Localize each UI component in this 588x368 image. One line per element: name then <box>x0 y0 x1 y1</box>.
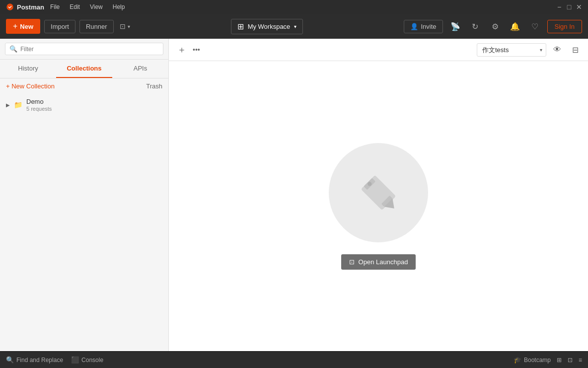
bootcamp-label: Bootcamp <box>524 357 551 364</box>
heart-icon: ♡ <box>531 22 538 31</box>
plus-circle-icon: ＋ <box>177 44 186 56</box>
main-layout: 🔍 History Collections APIs + New Collect… <box>0 39 588 351</box>
content-toolbar-right: 作文tests ▾ 👁 ⊟ <box>477 43 582 57</box>
sidebar-filter: 🔍 <box>0 39 168 60</box>
maximize-button[interactable]: □ <box>566 4 572 10</box>
chevron-right-icon: ▶ <box>6 102 10 108</box>
status-layout-item[interactable]: ⊡ <box>568 357 573 364</box>
filter-input[interactable] <box>20 46 159 53</box>
open-launchpad-button[interactable]: ⊡ Open Launchpad <box>341 254 416 270</box>
environment-select-wrap: 作文tests ▾ <box>477 43 546 57</box>
ellipsis-icon: ••• <box>193 46 200 54</box>
console-item[interactable]: ⬛ Console <box>71 356 103 364</box>
capture-arrow: ▾ <box>128 24 130 29</box>
find-replace-item[interactable]: 🔍 Find and Replace <box>6 356 63 364</box>
sync-button[interactable]: ↻ <box>468 19 483 34</box>
runner-button[interactable]: Runner <box>79 20 114 33</box>
status-bar: 🔍 Find and Replace ⬛ Console 🎓 Bootcamp … <box>0 351 588 368</box>
sidebar: 🔍 History Collections APIs + New Collect… <box>0 39 169 351</box>
invite-button[interactable]: 👤 Invite <box>404 20 442 33</box>
menu-icon: ≡ <box>579 357 582 364</box>
environment-select[interactable]: 作文tests <box>477 43 546 57</box>
minimize-button[interactable]: − <box>556 4 562 10</box>
status-left: 🔍 Find and Replace ⬛ Console <box>6 356 103 364</box>
intercept-button[interactable]: 📡 <box>448 19 463 34</box>
gear-icon: ⚙ <box>492 22 499 31</box>
heart-button[interactable]: ♡ <box>527 19 542 34</box>
workspace-grid-icon: ⊞ <box>237 22 244 31</box>
folder-icon: 📁 <box>14 101 22 109</box>
toolbar: + New Import Runner ⊡ ▾ ⊞ My Workspace ▾… <box>0 14 588 39</box>
launchpad-icon: ⊡ <box>349 258 355 266</box>
sidebar-actions: + New Collection Trash <box>0 78 168 94</box>
app-logo: Postman <box>6 3 44 11</box>
collection-count: 5 requests <box>26 106 162 112</box>
invite-user-icon: 👤 <box>410 23 418 30</box>
status-grid-item[interactable]: ⊞ <box>557 357 562 364</box>
window-controls: − □ ✕ <box>556 4 582 10</box>
collection-info: Demo 5 requests <box>26 98 162 112</box>
settings-button[interactable]: ⚙ <box>488 19 503 34</box>
menu-help[interactable]: Help <box>111 2 127 11</box>
app-title: Postman <box>17 3 44 11</box>
new-button[interactable]: + New <box>6 19 40 34</box>
tab-history[interactable]: History <box>0 60 56 78</box>
close-button[interactable]: ✕ <box>576 4 582 10</box>
toolbar-right: 👤 Invite 📡 ↻ ⚙ 🔔 ♡ Sign In <box>404 19 582 34</box>
find-replace-label: Find and Replace <box>16 357 63 364</box>
new-label: New <box>20 23 33 30</box>
search-icon: 🔍 <box>9 45 17 53</box>
capture-icon: ⊡ <box>120 22 126 30</box>
menu-view[interactable]: View <box>88 2 105 11</box>
open-launchpad-label: Open Launchpad <box>359 258 408 266</box>
toolbar-center: ⊞ My Workspace ▾ <box>134 19 400 34</box>
grid-icon: ⊞ <box>557 357 562 364</box>
add-tab-button[interactable]: ＋ <box>175 43 189 57</box>
bootcamp-item[interactable]: 🎓 Bootcamp <box>514 356 551 364</box>
notifications-button[interactable]: 🔔 <box>508 19 522 34</box>
svg-point-0 <box>6 3 13 10</box>
import-button[interactable]: Import <box>44 20 75 33</box>
bell-icon: 🔔 <box>510 22 520 31</box>
collection-list: ▶ 📁 Demo 5 requests <box>0 94 168 351</box>
tab-collections[interactable]: Collections <box>56 60 112 78</box>
empty-state: ⊡ Open Launchpad <box>169 61 588 351</box>
menu-file[interactable]: File <box>48 2 62 11</box>
postman-logo-icon <box>6 3 14 11</box>
new-collection-button[interactable]: + New Collection <box>6 82 55 90</box>
workspace-button[interactable]: ⊞ My Workspace ▾ <box>231 19 303 34</box>
filter-input-wrap: 🔍 <box>5 43 163 55</box>
search-status-icon: 🔍 <box>6 356 14 364</box>
sliders-icon: ⊟ <box>572 45 579 55</box>
pen-icon <box>354 168 403 218</box>
title-bar-left: Postman File Edit View Help <box>6 2 127 11</box>
sign-in-button[interactable]: Sign In <box>547 20 582 33</box>
trash-button[interactable]: Trash <box>146 82 162 90</box>
menu-bar: File Edit View Help <box>48 2 127 11</box>
collection-name: Demo <box>26 98 162 105</box>
list-item[interactable]: ▶ 📁 Demo 5 requests <box>0 94 168 116</box>
more-options-button[interactable]: ••• <box>193 46 200 54</box>
console-icon: ⬛ <box>71 356 79 364</box>
sync-icon: ↻ <box>472 22 478 31</box>
workspace-chevron-icon: ▾ <box>294 24 296 29</box>
bootcamp-icon: 🎓 <box>514 356 521 364</box>
eye-icon: 👁 <box>553 45 561 54</box>
content-toolbar-left: ＋ ••• <box>175 43 200 57</box>
empty-illustration <box>329 143 428 242</box>
filter-settings-button[interactable]: ⊟ <box>568 43 582 57</box>
intercept-icon: 📡 <box>450 22 460 31</box>
tab-apis[interactable]: APIs <box>112 60 168 78</box>
eye-button[interactable]: 👁 <box>550 43 564 57</box>
console-label: Console <box>81 357 103 364</box>
title-bar: Postman File Edit View Help − □ ✕ <box>0 0 588 14</box>
invite-label: Invite <box>421 23 436 30</box>
workspace-label: My Workspace <box>248 23 291 30</box>
capture-toggle[interactable]: ⊡ ▾ <box>120 22 130 30</box>
status-right: 🎓 Bootcamp ⊞ ⊡ ≡ <box>514 356 582 364</box>
menu-edit[interactable]: Edit <box>68 2 82 11</box>
status-menu-item[interactable]: ≡ <box>579 357 582 364</box>
plus-icon: + <box>13 22 17 31</box>
content-area: ＋ ••• 作文tests ▾ 👁 ⊟ <box>169 39 588 351</box>
sidebar-tabs: History Collections APIs <box>0 60 168 78</box>
